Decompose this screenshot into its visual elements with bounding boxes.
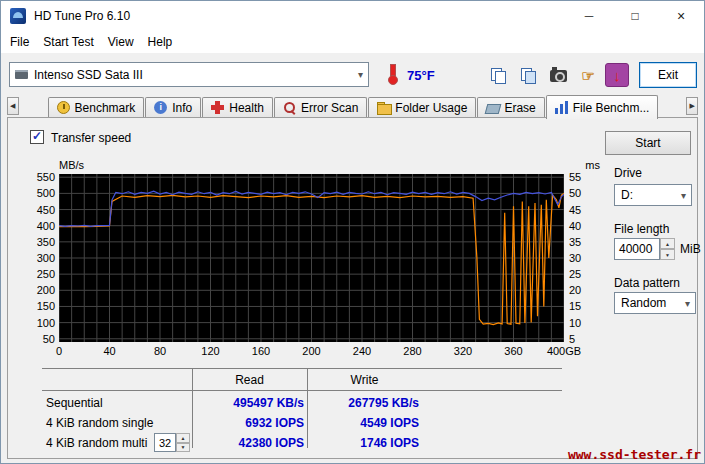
menu-help[interactable]: Help bbox=[141, 32, 180, 52]
queue-depth-value: 32 bbox=[154, 433, 176, 452]
start-button[interactable]: Start bbox=[605, 131, 691, 155]
x-axis: 04080120160200240280320360400GB bbox=[59, 345, 564, 358]
folder-icon bbox=[377, 102, 390, 115]
tab-folder-usage[interactable]: Folder Usage bbox=[368, 97, 476, 117]
axis-tick-label: 360 bbox=[504, 345, 522, 357]
drive-letter-combobox[interactable]: D: ▾ bbox=[614, 184, 692, 206]
titlebar: HD Tune Pro 6.10 ─ □ × bbox=[1, 1, 704, 31]
axis-tick-label: 400GB bbox=[547, 345, 581, 357]
axis-tick-label: 30 bbox=[569, 252, 581, 264]
spinner-up-icon: ▲ bbox=[181, 435, 186, 441]
transfer-speed-checkbox[interactable]: ✓ bbox=[30, 130, 44, 144]
tab-health[interactable]: Health bbox=[202, 97, 273, 117]
menu-start-test[interactable]: Start Test bbox=[36, 32, 100, 52]
magnifier-icon bbox=[283, 101, 296, 114]
axis-tick-label: 120 bbox=[201, 345, 219, 357]
toolbar: Intenso SSD Sata III ▾ 75°F ☞ ↓ Exit bbox=[1, 53, 704, 95]
file-length-input[interactable]: 40000 bbox=[614, 238, 660, 260]
hand-icon: ☞ bbox=[581, 68, 594, 83]
axis-tick-label: 50 bbox=[43, 333, 55, 345]
drive-combobox-value: Intenso SSD Sata III bbox=[34, 68, 143, 82]
app-icon bbox=[10, 8, 26, 24]
chevron-down-icon: ▾ bbox=[353, 69, 368, 80]
data-pattern-combobox[interactable]: Random ▾ bbox=[614, 292, 696, 314]
axis-tick-label: 300 bbox=[37, 252, 55, 264]
eraser-icon bbox=[486, 101, 499, 114]
queue-depth-spin-buttons: ▲ ▼ bbox=[176, 433, 190, 452]
download-icon: ↓ bbox=[613, 68, 621, 83]
axis-tick-label: 25 bbox=[569, 268, 581, 280]
axis-tick-label: 350 bbox=[37, 236, 55, 248]
tab-scroll-left[interactable]: ◀ bbox=[7, 97, 19, 115]
caption-buttons: ─ □ × bbox=[566, 1, 704, 31]
axis-tick-label: 400 bbox=[37, 220, 55, 232]
axis-tick-label: 150 bbox=[37, 300, 55, 312]
save-results-button[interactable]: ↓ bbox=[605, 63, 629, 87]
tab-label: Health bbox=[229, 101, 264, 115]
tab-label: File Benchm... bbox=[573, 101, 650, 115]
tab-benchmark[interactable]: Benchmark bbox=[48, 97, 145, 117]
axis-tick-label: 5 bbox=[569, 333, 575, 345]
spinner-down-button[interactable]: ▼ bbox=[660, 249, 675, 260]
spinner-down-icon: ▼ bbox=[181, 444, 186, 450]
minimize-button[interactable]: ─ bbox=[566, 1, 612, 30]
axis-tick-label: 40 bbox=[103, 345, 115, 357]
y-axis-unit-left: MB/s bbox=[59, 159, 84, 171]
copy-icon bbox=[491, 68, 505, 83]
tab-error-scan[interactable]: Error Scan bbox=[274, 97, 367, 117]
close-icon: × bbox=[677, 8, 685, 24]
queue-depth-spinner[interactable]: 32 ▲ ▼ bbox=[154, 433, 190, 452]
spinner-up-button[interactable]: ▲ bbox=[176, 433, 190, 443]
camera-icon bbox=[550, 70, 567, 82]
drive-icon bbox=[15, 70, 28, 79]
tab-label: Benchmark bbox=[75, 101, 136, 115]
data-pattern-value: Random bbox=[621, 296, 666, 310]
axis-tick-label: 200 bbox=[302, 345, 320, 357]
y-axis-right: 555045403530252015105 bbox=[569, 174, 599, 342]
spinner-down-icon: ▼ bbox=[665, 252, 670, 258]
tab-scroll-right[interactable]: ▶ bbox=[686, 97, 698, 115]
file-length-row: 40000 ▲ ▼ MiB bbox=[614, 238, 701, 260]
axis-tick-label: 35 bbox=[569, 236, 581, 248]
file-length-label: File length bbox=[614, 222, 669, 236]
thermometer-icon bbox=[385, 64, 399, 85]
axis-tick-label: 80 bbox=[154, 345, 166, 357]
axis-tick-label: 55 bbox=[569, 171, 581, 183]
maximize-icon: □ bbox=[631, 9, 638, 23]
axis-tick-label: 50 bbox=[569, 187, 581, 199]
menu-view[interactable]: View bbox=[101, 32, 141, 52]
axis-tick-label: 500 bbox=[37, 187, 55, 199]
axis-tick-label: 450 bbox=[37, 204, 55, 216]
maximize-button[interactable]: □ bbox=[612, 1, 658, 30]
drive-combobox[interactable]: Intenso SSD Sata III ▾ bbox=[9, 62, 369, 87]
screenshot-button[interactable] bbox=[545, 63, 571, 88]
results-row-label: 4 KiB random single bbox=[46, 416, 153, 430]
axis-tick-label: 10 bbox=[569, 317, 581, 329]
results-header-write: Write bbox=[307, 373, 422, 387]
results-read-value: 42380 IOPS bbox=[192, 436, 304, 450]
close-button[interactable]: × bbox=[658, 1, 704, 30]
pointer-button[interactable]: ☞ bbox=[575, 63, 601, 88]
axis-tick-label: 240 bbox=[353, 345, 371, 357]
axis-tick-label: 100 bbox=[37, 317, 55, 329]
menu-file[interactable]: File bbox=[3, 32, 36, 52]
tab-erase[interactable]: Erase bbox=[477, 97, 544, 117]
spinner-down-button[interactable]: ▼ bbox=[176, 443, 190, 453]
menubar: File Start Test View Help bbox=[1, 31, 704, 53]
file-length-unit: MiB bbox=[680, 242, 701, 256]
results-write-value: 267795 KB/s bbox=[307, 396, 419, 410]
axis-tick-label: 20 bbox=[569, 284, 581, 296]
spinner-up-button[interactable]: ▲ bbox=[660, 238, 675, 249]
tab-label: Erase bbox=[504, 101, 535, 115]
axis-tick-label: 40 bbox=[569, 220, 581, 232]
tab-file-benchmark[interactable]: File Benchm... bbox=[546, 95, 659, 119]
tab-info[interactable]: Info bbox=[145, 97, 201, 117]
results-write-value: 4549 IOPS bbox=[307, 416, 419, 430]
exit-button[interactable]: Exit bbox=[639, 62, 697, 88]
copy-image-button[interactable] bbox=[515, 63, 541, 88]
check-icon: ✓ bbox=[32, 129, 42, 143]
tab-label: Folder Usage bbox=[395, 101, 467, 115]
copy-text-button[interactable] bbox=[485, 63, 511, 88]
drive-letter-value: D: bbox=[621, 188, 633, 202]
file-length-value: 40000 bbox=[619, 242, 652, 256]
